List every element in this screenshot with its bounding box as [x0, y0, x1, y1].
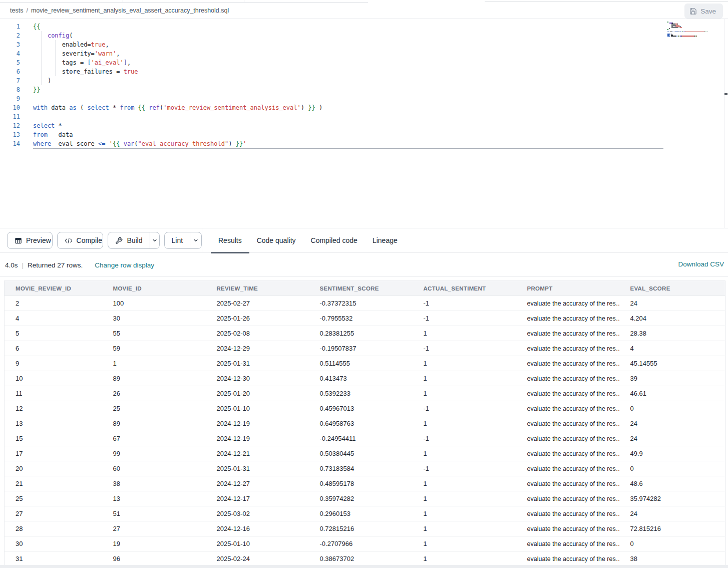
change-row-display-link[interactable]: Change row display	[95, 261, 154, 269]
column-header-movie_review_id: MOVIE_REVIEW_ID	[5, 281, 102, 296]
prompt-cell[interactable]: evaluate the accuracy of the res…	[516, 536, 619, 551]
code-line[interactable]: enabled=true,	[33, 40, 663, 49]
code-line[interactable]: {{	[33, 22, 663, 31]
scrollbar-mark	[724, 93, 727, 95]
tab-lineage[interactable]: Lineage	[365, 228, 405, 252]
prompt-truncated-text: evaluate the accuracy of the res…	[527, 480, 619, 487]
rows-returned-text: Returned 27 rows.	[28, 261, 83, 269]
lint-button-group: Lint	[164, 232, 202, 249]
prompt-cell[interactable]: evaluate the accuracy of the res…	[516, 551, 619, 566]
prompt-cell[interactable]: evaluate the accuracy of the res…	[516, 326, 619, 341]
build-dropdown-toggle[interactable]	[150, 232, 159, 248]
line-number: 10	[0, 103, 20, 112]
build-button-label: Build	[127, 236, 142, 244]
code-line[interactable]: }}	[33, 85, 663, 94]
cell-movie_review_id: 5	[5, 326, 102, 341]
lint-button-label: Lint	[172, 236, 183, 244]
prompt-cell[interactable]: evaluate the accuracy of the res…	[516, 446, 619, 461]
prompt-cell[interactable]: evaluate the accuracy of the res…	[516, 521, 619, 536]
editor-scrollbar[interactable]	[724, 19, 728, 228]
code-line[interactable]: config(	[33, 31, 663, 40]
cell-sentiment_score: 0.5392233	[309, 386, 413, 401]
code-line[interactable]	[33, 112, 663, 121]
prompt-cell[interactable]: evaluate the accuracy of the res…	[516, 371, 619, 386]
prompt-cell[interactable]: evaluate the accuracy of the res…	[516, 401, 619, 416]
prompt-cell[interactable]: evaluate the accuracy of the res…	[516, 476, 619, 491]
prompt-cell[interactable]: evaluate the accuracy of the res…	[516, 506, 619, 521]
cell-actual_sentiment: 1	[413, 536, 516, 551]
line-number: 3	[0, 40, 20, 49]
cell-sentiment_score: 0.35974282	[309, 491, 413, 506]
code-line[interactable]: tags = ['ai_eval'],	[33, 58, 663, 67]
prompt-cell[interactable]: evaluate the accuracy of the res…	[516, 341, 619, 356]
save-button-label: Save	[700, 8, 716, 15]
line-number: 2	[0, 31, 20, 40]
build-button[interactable]: Build	[108, 232, 149, 248]
tab-results[interactable]: Results	[211, 228, 249, 252]
table-row: 31962025-02-240.386737021evaluate the ac…	[5, 551, 725, 566]
download-csv-link[interactable]: Download CSV	[678, 260, 724, 268]
column-header-actual_sentiment: ACTUAL_SENTIMENT	[413, 281, 516, 296]
prompt-cell[interactable]: evaluate the accuracy of the res…	[516, 461, 619, 476]
prompt-cell[interactable]: evaluate the accuracy of the res…	[516, 491, 619, 506]
preview-button[interactable]: Preview	[8, 232, 53, 248]
cell-review_time: 2025-01-31	[206, 461, 309, 476]
cell-review_time: 2024-12-21	[206, 446, 309, 461]
line-number: 12	[0, 121, 20, 130]
lint-button[interactable]: Lint	[165, 232, 190, 248]
cell-actual_sentiment: 1	[413, 416, 516, 431]
prompt-cell[interactable]: evaluate the accuracy of the res…	[516, 356, 619, 371]
code-line[interactable]: from data	[33, 130, 663, 139]
prompt-truncated-text: evaluate the accuracy of the res…	[527, 330, 619, 337]
code-line[interactable]	[33, 94, 663, 103]
code-line[interactable]: )	[33, 76, 663, 85]
cell-actual_sentiment: -1	[413, 401, 516, 416]
cell-movie_id: 27	[102, 521, 206, 536]
lint-dropdown-toggle[interactable]	[190, 232, 201, 248]
cell-sentiment_score: 0.48595178	[309, 476, 413, 491]
code-editor[interactable]: 1234567891011121314 {{ config( enabled=t…	[0, 19, 728, 228]
prompt-cell[interactable]: evaluate the accuracy of the res…	[516, 296, 619, 311]
cell-eval_score: 24	[619, 416, 725, 431]
cell-movie_id: 26	[102, 386, 206, 401]
breadcrumb-section[interactable]: tests	[10, 7, 23, 14]
cell-eval_score: 28.38	[619, 326, 725, 341]
results-table-container: MOVIE_REVIEW_IDMOVIE_IDREVIEW_TIMESENTIM…	[4, 280, 725, 566]
cell-actual_sentiment: 1	[413, 326, 516, 341]
prompt-cell[interactable]: evaluate the accuracy of the res…	[516, 431, 619, 446]
prompt-truncated-text: evaluate the accuracy of the res…	[527, 435, 619, 442]
editor-action-buttons: PreviewCompileBuildLint	[0, 228, 202, 252]
cell-review_time: 2025-03-02	[206, 506, 309, 521]
table-row: 28272024-12-160.728152161evaluate the ac…	[5, 521, 725, 536]
line-number: 13	[0, 130, 20, 139]
line-number: 9	[0, 94, 20, 103]
tab-compiled-code[interactable]: Compiled code	[303, 228, 365, 252]
cell-movie_review_id: 17	[5, 446, 102, 461]
column-header-sentiment_score: SENTIMENT_SCORE	[309, 281, 413, 296]
code-line[interactable]: severity='warn',	[33, 49, 663, 58]
prompt-cell[interactable]: evaluate the accuracy of the res…	[516, 386, 619, 401]
cell-movie_id: 59	[102, 341, 206, 356]
compile-button[interactable]: Compile	[58, 232, 104, 248]
table-row: 11262025-01-200.53922331evaluate the acc…	[5, 386, 725, 401]
code-line[interactable]: select *	[33, 121, 663, 130]
cell-actual_sentiment: 1	[413, 506, 516, 521]
query-status: 4.0s | Returned 27 rows. Change row disp…	[5, 253, 154, 277]
cell-review_time: 2024-12-19	[206, 431, 309, 446]
code-line[interactable]: with data as ( select * from {{ ref('mov…	[33, 103, 663, 112]
cell-actual_sentiment: -1	[413, 431, 516, 446]
code-line[interactable]: where eval_score <= '{{ var("eval_accura…	[33, 139, 663, 148]
table-row: 912025-01-310.51145551evaluate the accur…	[5, 356, 725, 371]
save-button[interactable]: Save	[684, 4, 723, 19]
prompt-truncated-text: evaluate the accuracy of the res…	[527, 345, 619, 352]
prompt-cell[interactable]: evaluate the accuracy of the res…	[516, 311, 619, 326]
cell-eval_score: 39	[619, 371, 725, 386]
prompt-cell[interactable]: evaluate the accuracy of the res…	[516, 416, 619, 431]
code-line[interactable]: store_failures = true	[33, 67, 663, 76]
results-tab-strip: ResultsCode qualityCompiled codeLineage	[202, 228, 405, 252]
horizontal-scrollbar[interactable]	[0, 565, 728, 568]
code-content[interactable]: {{ config( enabled=true, severity='warn'…	[33, 22, 663, 148]
tab-code-quality[interactable]: Code quality	[249, 228, 303, 252]
column-header-prompt: PROMPT	[516, 281, 619, 296]
editor-minimap[interactable]	[667, 22, 724, 37]
